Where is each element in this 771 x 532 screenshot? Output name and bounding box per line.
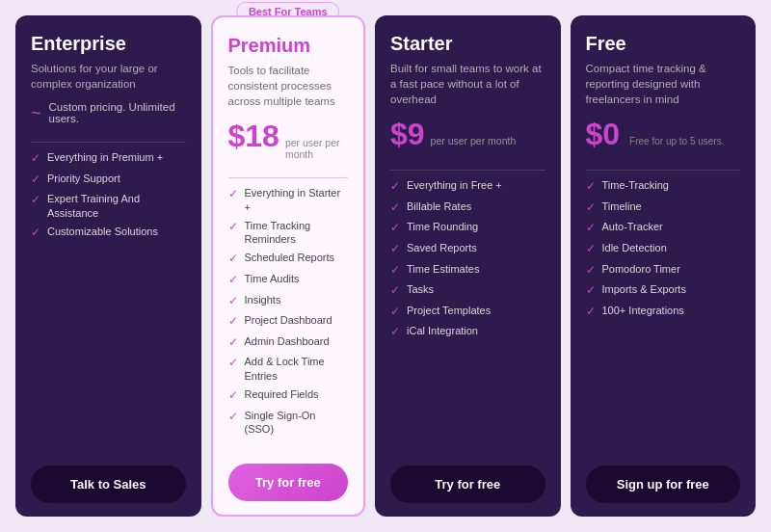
free-plan-name: Free bbox=[586, 33, 741, 55]
list-item: ✓ Timeline bbox=[586, 200, 741, 216]
list-item: ✓ Time Rounding bbox=[390, 220, 545, 236]
list-item: ✓ Time Tracking Reminders bbox=[228, 219, 349, 247]
enterprise-cta-button[interactable]: Talk to Sales bbox=[31, 466, 186, 503]
feature-text: Project Templates bbox=[407, 304, 491, 317]
premium-price-row: $18 per user per month bbox=[228, 119, 349, 160]
custom-pricing-text: Custom pricing. Unlimited users. bbox=[49, 101, 186, 124]
feature-text: Everything in Free + bbox=[407, 178, 502, 192]
starter-price-row: $9 per user per month bbox=[390, 117, 545, 152]
enterprise-card: Enterprise Solutions for your large or c… bbox=[15, 15, 201, 517]
check-icon: ✓ bbox=[390, 242, 400, 257]
feature-text: Timeline bbox=[602, 200, 642, 213]
feature-text: Tasks bbox=[407, 282, 434, 296]
list-item: ✓ Saved Reports bbox=[390, 241, 545, 257]
check-icon: ✓ bbox=[390, 200, 400, 216]
list-item: ✓ Auto-Tracker bbox=[586, 220, 741, 236]
starter-cta-button[interactable]: Try for free bbox=[390, 466, 545, 503]
list-item: ✓ iCal Integration bbox=[390, 324, 545, 340]
check-icon: ✓ bbox=[586, 283, 596, 299]
check-icon: ✓ bbox=[390, 283, 400, 299]
list-item: ✓ Required Fields bbox=[228, 387, 349, 404]
starter-card: Starter Built for small teams to work at… bbox=[375, 15, 561, 517]
check-icon: ✓ bbox=[228, 410, 238, 425]
feature-text: Time Audits bbox=[245, 272, 300, 285]
feature-text: Project Dashboard bbox=[245, 313, 332, 327]
feature-text: Scheduled Reports bbox=[245, 251, 335, 264]
list-item: ✓ Scheduled Reports bbox=[228, 251, 349, 267]
check-icon: ✓ bbox=[586, 305, 596, 320]
list-item: ✓ Pomodoro Timer bbox=[586, 262, 741, 279]
starter-description: Built for small teams to work at a fast … bbox=[390, 61, 545, 107]
feature-text: Priority Support bbox=[47, 172, 120, 185]
premium-divider bbox=[228, 177, 349, 178]
feature-text: Customizable Solutions bbox=[47, 225, 158, 238]
premium-description: Tools to facilitate consistent processes… bbox=[228, 63, 349, 109]
check-icon: ✓ bbox=[31, 226, 40, 241]
check-icon: ✓ bbox=[228, 335, 238, 351]
feature-text: Everything in Starter + bbox=[245, 186, 349, 214]
check-icon: ✓ bbox=[586, 179, 596, 195]
feature-text: Idle Detection bbox=[602, 241, 667, 254]
free-card: Free Compact time tracking & reporting d… bbox=[571, 15, 757, 517]
premium-card: Premium Tools to facilitate consistent p… bbox=[211, 15, 366, 517]
list-item: ✓ Expert Training And Assistance bbox=[31, 192, 186, 220]
feature-text: Admin Dashboard bbox=[245, 334, 330, 348]
feature-text: Saved Reports bbox=[407, 241, 477, 254]
feature-text: Required Fields bbox=[245, 387, 319, 401]
feature-text: Everything in Premium + bbox=[47, 150, 163, 164]
list-item: ✓ Imports & Exports bbox=[586, 282, 741, 299]
check-icon: ✓ bbox=[31, 193, 40, 208]
list-item: ✓ Idle Detection bbox=[586, 241, 741, 257]
pricing-container: Enterprise Solutions for your large or c… bbox=[0, 0, 771, 532]
check-icon: ✓ bbox=[228, 220, 238, 235]
free-cta-button[interactable]: Sign up for free bbox=[586, 466, 741, 503]
feature-text: Insights bbox=[245, 293, 281, 306]
free-features-list: ✓ Time-Tracking ✓ Timeline ✓ Auto-Tracke… bbox=[586, 178, 741, 454]
list-item: ✓ Time-Tracking bbox=[586, 178, 741, 195]
free-note: Free for up to 5 users. bbox=[629, 136, 724, 146]
check-icon: ✓ bbox=[228, 187, 238, 202]
feature-text: Time Rounding bbox=[407, 220, 478, 233]
premium-plan-name: Premium bbox=[228, 35, 349, 57]
check-icon: ✓ bbox=[390, 179, 400, 195]
check-icon: ✓ bbox=[228, 273, 238, 288]
list-item: ✓ Everything in Free + bbox=[390, 178, 545, 195]
premium-price: $18 bbox=[228, 119, 279, 154]
list-item: ✓ Billable Rates bbox=[390, 200, 545, 216]
premium-wrapper: Best For Teams Premium Tools to facilita… bbox=[211, 15, 366, 517]
feature-text: iCal Integration bbox=[407, 324, 478, 337]
check-icon: ✓ bbox=[228, 294, 238, 309]
list-item: ✓ 100+ Integrations bbox=[586, 304, 741, 320]
free-divider bbox=[586, 170, 741, 171]
list-item: ✓ Customizable Solutions bbox=[31, 225, 186, 241]
feature-text: Time Estimates bbox=[407, 262, 479, 276]
check-icon: ✓ bbox=[390, 221, 400, 236]
tilde-icon: ~ bbox=[31, 103, 41, 123]
feature-text: Time-Tracking bbox=[602, 178, 669, 192]
premium-cta-button[interactable]: Try for free bbox=[228, 464, 349, 501]
check-icon: ✓ bbox=[390, 263, 400, 279]
check-icon: ✓ bbox=[228, 388, 238, 404]
check-icon: ✓ bbox=[228, 252, 238, 267]
list-item: ✓ Priority Support bbox=[31, 172, 186, 188]
enterprise-custom-pricing: ~ Custom pricing. Unlimited users. bbox=[31, 101, 186, 124]
list-item: ✓ Admin Dashboard bbox=[228, 334, 349, 351]
enterprise-features-list: ✓ Everything in Premium + ✓ Priority Sup… bbox=[31, 150, 186, 454]
feature-text: Imports & Exports bbox=[602, 282, 686, 296]
check-icon: ✓ bbox=[31, 173, 40, 188]
free-price: $0 bbox=[586, 117, 621, 152]
feature-text: Time Tracking Reminders bbox=[245, 219, 349, 247]
list-item: ✓ Everything in Premium + bbox=[31, 150, 186, 167]
premium-features-list: ✓ Everything in Starter + ✓ Time Trackin… bbox=[228, 186, 349, 452]
check-icon: ✓ bbox=[228, 314, 238, 330]
list-item: ✓ Time Audits bbox=[228, 272, 349, 288]
feature-text: Auto-Tracker bbox=[602, 220, 663, 233]
feature-text: Pomodoro Timer bbox=[602, 262, 680, 276]
feature-text: Expert Training And Assistance bbox=[47, 192, 186, 220]
starter-price: $9 bbox=[390, 117, 425, 152]
list-item: ✓ Everything in Starter + bbox=[228, 186, 349, 214]
feature-text: Billable Rates bbox=[407, 200, 471, 213]
starter-plan-name: Starter bbox=[390, 33, 545, 55]
premium-period: per user per month bbox=[285, 137, 348, 160]
starter-period: per user per month bbox=[431, 135, 517, 146]
